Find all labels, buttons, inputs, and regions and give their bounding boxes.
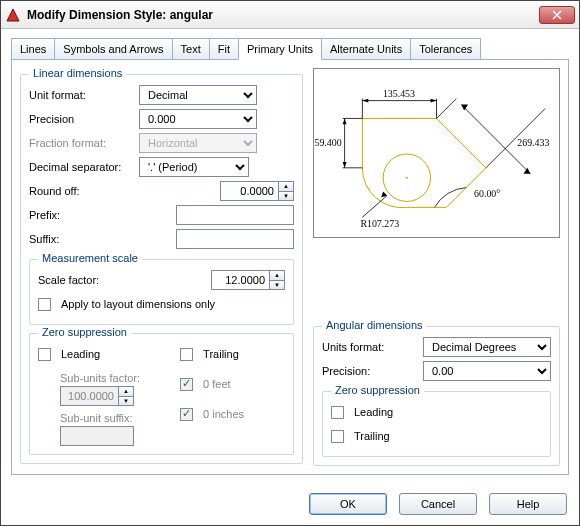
group-linear-dimensions: Linear dimensions Unit format: Decimal P… — [20, 74, 303, 464]
svg-text:159.400: 159.400 — [314, 137, 342, 148]
svg-marker-5 — [362, 99, 368, 103]
tab-text[interactable]: Text — [172, 38, 210, 60]
input-scale-factor[interactable] — [211, 270, 269, 290]
group-title-linear: Linear dimensions — [29, 67, 126, 79]
help-button[interactable]: Help — [489, 493, 567, 515]
select-decimal-separator[interactable]: '.' (Period) — [139, 157, 249, 177]
svg-text:R107.273: R107.273 — [360, 218, 399, 229]
spin-down-subunits: ▼ — [118, 396, 134, 407]
group-angular-dimensions: Angular dimensions Units format: Decimal… — [313, 326, 560, 466]
label-leading: Leading — [61, 348, 100, 360]
checkbox-apply-layout[interactable] — [38, 298, 51, 311]
group-ang-zero-suppression: Zero suppression Leading Trailing — [322, 391, 551, 457]
tab-fit[interactable]: Fit — [209, 38, 239, 60]
spin-up-roundoff[interactable]: ▲ — [278, 181, 294, 191]
spin-up-scale[interactable]: ▲ — [269, 270, 285, 280]
cancel-button[interactable]: Cancel — [399, 493, 477, 515]
label-unit-format: Unit format: — [29, 89, 133, 101]
label-ang-leading: Leading — [354, 406, 393, 418]
spin-down-roundoff[interactable]: ▼ — [278, 191, 294, 202]
svg-point-1 — [406, 177, 408, 179]
label-subunit-suffix: Sub-unit suffix: — [60, 412, 140, 424]
svg-marker-11 — [343, 118, 347, 124]
titlebar: Modify Dimension Style: angular — [1, 1, 579, 29]
svg-marker-28 — [461, 105, 468, 111]
dialog-button-row: OK Cancel Help — [1, 483, 579, 525]
spin-down-scale[interactable]: ▼ — [269, 280, 285, 291]
group-title-angular: Angular dimensions — [322, 319, 427, 331]
svg-text:135.453: 135.453 — [383, 88, 415, 99]
label-prefix: Prefix: — [29, 209, 89, 221]
group-zero-suppression: Zero suppression Leading Sub-units facto… — [29, 333, 294, 455]
group-title-zero: Zero suppression — [38, 326, 131, 338]
label-fraction-format: Fraction format: — [29, 137, 133, 149]
label-0feet: 0 feet — [203, 378, 231, 390]
select-ang-precision[interactable]: 0.00 — [423, 361, 551, 381]
dialog-window: Modify Dimension Style: angular Lines Sy… — [0, 0, 580, 526]
group-title-ang-zero: Zero suppression — [331, 384, 424, 396]
tab-lines[interactable]: Lines — [11, 38, 55, 60]
tab-tolerances[interactable]: Tolerances — [410, 38, 481, 60]
ok-button[interactable]: OK — [309, 493, 387, 515]
svg-line-32 — [362, 195, 387, 217]
input-suffix[interactable] — [176, 229, 294, 249]
label-trailing: Trailing — [203, 348, 239, 360]
select-precision[interactable]: 0.000 — [139, 109, 257, 129]
svg-line-14 — [437, 99, 457, 119]
label-ang-units-format: Units format: — [322, 341, 417, 353]
tab-primary-units[interactable]: Primary Units — [238, 38, 322, 60]
input-prefix[interactable] — [176, 205, 294, 225]
label-scale-factor: Scale factor: — [38, 274, 142, 286]
select-fraction-format: Horizontal — [139, 133, 257, 153]
label-precision: Precision — [29, 113, 133, 125]
checkbox-0inches — [180, 408, 193, 421]
checkbox-leading[interactable] — [38, 348, 51, 361]
input-round-off[interactable] — [220, 181, 278, 201]
label-decimal-separator: Decimal separator: — [29, 161, 133, 173]
group-measurement-scale: Measurement scale Scale factor: ▲ ▼ — [29, 259, 294, 325]
tab-panel: Linear dimensions Unit format: Decimal P… — [11, 59, 569, 475]
select-ang-units-format[interactable]: Decimal Degrees — [423, 337, 551, 357]
group-title-mscale: Measurement scale — [38, 252, 142, 264]
input-subunit-suffix — [60, 426, 134, 446]
svg-marker-6 — [431, 99, 437, 103]
label-ang-precision: Precision: — [322, 365, 417, 377]
app-icon — [5, 7, 21, 23]
input-subunits-factor — [60, 386, 118, 406]
select-unit-format[interactable]: Decimal — [139, 85, 257, 105]
checkbox-ang-leading[interactable] — [331, 406, 344, 419]
checkbox-trailing[interactable] — [180, 348, 193, 361]
checkbox-0feet — [180, 378, 193, 391]
tab-alternate-units[interactable]: Alternate Units — [321, 38, 411, 60]
svg-marker-29 — [523, 168, 530, 174]
tab-symbols[interactable]: Symbols and Arrows — [54, 38, 172, 60]
spin-up-subunits: ▲ — [118, 386, 134, 396]
dimension-preview: 135.453 159.400 — [313, 68, 560, 238]
label-apply-layout: Apply to layout dimensions only — [61, 298, 215, 310]
svg-text:60.00°: 60.00° — [474, 188, 500, 199]
tabstrip: Lines Symbols and Arrows Text Fit Primar… — [11, 37, 569, 59]
window-title: Modify Dimension Style: angular — [27, 8, 539, 22]
svg-text:269.433: 269.433 — [517, 137, 549, 148]
label-ang-trailing: Trailing — [354, 430, 390, 442]
svg-marker-12 — [343, 162, 347, 168]
checkbox-ang-trailing[interactable] — [331, 430, 344, 443]
label-0inches: 0 inches — [203, 408, 244, 420]
close-button[interactable] — [539, 6, 575, 24]
label-round-off: Round off: — [29, 185, 133, 197]
label-subunits-factor: Sub-units factor: — [60, 372, 140, 384]
label-suffix: Suffix: — [29, 233, 89, 245]
